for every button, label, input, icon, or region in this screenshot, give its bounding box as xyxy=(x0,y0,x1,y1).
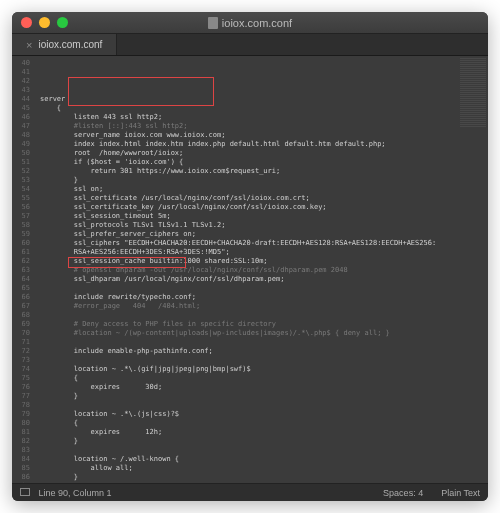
tab-label: ioiox.com.conf xyxy=(38,39,102,50)
window-title-text: ioiox.com.conf xyxy=(222,17,292,29)
tab-active[interactable]: × ioiox.com.conf xyxy=(12,34,117,55)
code-line[interactable] xyxy=(40,446,488,455)
code-line[interactable]: ssl_prefer_server_ciphers on; xyxy=(40,230,488,239)
code-line[interactable]: ssl on; xyxy=(40,185,488,194)
code-line[interactable]: ssl_certificate_key /usr/local/nginx/con… xyxy=(40,203,488,212)
window-title: ioiox.com.conf xyxy=(12,17,488,29)
editor-body: 40 41 42 43 44 45 46 47 48 49 50 51 52 5… xyxy=(12,56,488,483)
panel-icon[interactable] xyxy=(20,488,30,496)
line-gutter: 40 41 42 43 44 45 46 47 48 49 50 51 52 5… xyxy=(12,56,34,483)
code-line[interactable]: location ~ .*\.(js|css)?$ xyxy=(40,410,488,419)
file-icon xyxy=(208,17,218,29)
minimap[interactable] xyxy=(458,56,488,483)
tab-bar[interactable]: × ioiox.com.conf xyxy=(12,34,488,56)
code-line[interactable]: if ($host = 'ioiox.com') { xyxy=(40,158,488,167)
code-line[interactable] xyxy=(40,401,488,410)
code-line[interactable]: } xyxy=(40,437,488,446)
code-line[interactable]: ssl_session_cache builtin:1000 shared:SS… xyxy=(40,257,488,266)
code-area[interactable]: server { listen 443 ssl http2; #listen [… xyxy=(34,56,488,483)
code-line[interactable]: root /home/wwwroot/ioiox; xyxy=(40,149,488,158)
code-line[interactable]: location ~ .*\.(gif|jpg|jpeg|png|bmp|swf… xyxy=(40,365,488,374)
code-line[interactable] xyxy=(40,338,488,347)
code-line[interactable]: ssl_ciphers "EECDH+CHACHA20:EECDH+CHACHA… xyxy=(40,239,488,248)
code-line[interactable]: ssl_protocols TLSv1 TLSv1.1 TLSv1.2; xyxy=(40,221,488,230)
code-line[interactable]: # Deny access to PHP files in specific d… xyxy=(40,320,488,329)
code-line[interactable]: ssl_dhparam /usr/local/nginx/conf/ssl/dh… xyxy=(40,275,488,284)
code-line[interactable]: include enable-php-pathinfo.conf; xyxy=(40,347,488,356)
editor-window: ioiox.com.conf × ioiox.com.conf 40 41 42… xyxy=(12,12,488,501)
code-line[interactable]: { xyxy=(40,104,488,113)
code-line[interactable]: } xyxy=(40,473,488,482)
code-line[interactable]: { xyxy=(40,374,488,383)
code-line[interactable]: ssl_session_timeout 5m; xyxy=(40,212,488,221)
code-line[interactable]: } xyxy=(40,176,488,185)
status-bar: Line 90, Column 1 Spaces: 4 Plain Text xyxy=(12,483,488,501)
code-line[interactable]: listen 443 ssl http2; xyxy=(40,113,488,122)
code-line[interactable]: allow all; xyxy=(40,464,488,473)
code-line[interactable]: #error_page 404 /404.html; xyxy=(40,302,488,311)
code-line[interactable] xyxy=(40,482,488,483)
code-line[interactable]: expires 12h; xyxy=(40,428,488,437)
cursor-position[interactable]: Line 90, Column 1 xyxy=(39,488,112,498)
syntax-mode[interactable]: Plain Text xyxy=(441,488,480,498)
code-line[interactable] xyxy=(40,356,488,365)
code-line[interactable]: ssl_certificate /usr/local/nginx/conf/ss… xyxy=(40,194,488,203)
code-line[interactable]: #location ~ /(wp-content|uploads|wp-incl… xyxy=(40,329,488,338)
code-line[interactable]: RSA+AES256:EECDH+3DES:RSA+3DES:!MD5"; xyxy=(40,248,488,257)
code-line[interactable]: return 301 https://www.ioiox.com$request… xyxy=(40,167,488,176)
status-left: Line 90, Column 1 xyxy=(20,488,112,498)
code-line[interactable]: } xyxy=(40,392,488,401)
code-line[interactable]: index index.html index.htm index.php def… xyxy=(40,140,488,149)
code-line[interactable] xyxy=(40,311,488,320)
code-line[interactable]: server xyxy=(40,95,488,104)
code-line[interactable]: include rewrite/typecho.conf; xyxy=(40,293,488,302)
code-line[interactable]: expires 30d; xyxy=(40,383,488,392)
code-line[interactable]: { xyxy=(40,419,488,428)
status-right: Spaces: 4 Plain Text xyxy=(383,488,480,498)
indent-setting[interactable]: Spaces: 4 xyxy=(383,488,423,498)
code-line[interactable]: #listen [::]:443 ssl http2; xyxy=(40,122,488,131)
code-line[interactable] xyxy=(40,284,488,293)
titlebar[interactable]: ioiox.com.conf xyxy=(12,12,488,34)
code-line[interactable]: location ~ /.well-known { xyxy=(40,455,488,464)
code-line[interactable]: # openssl dhparam -out /usr/local/nginx/… xyxy=(40,266,488,275)
close-tab-icon[interactable]: × xyxy=(26,39,32,51)
code-line[interactable]: server_name ioiox.com www.ioiox.com; xyxy=(40,131,488,140)
